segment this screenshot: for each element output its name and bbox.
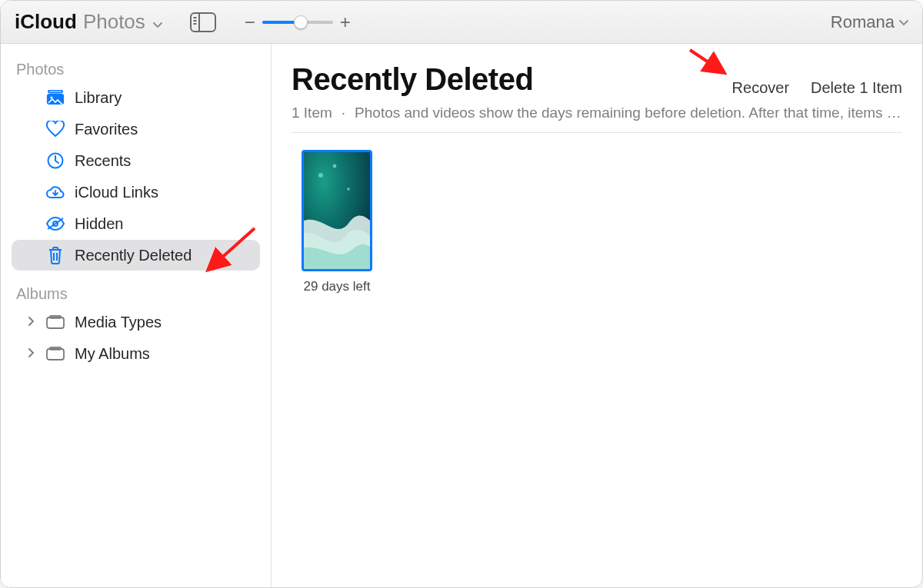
sidebar-section-label: Albums [1, 271, 271, 306]
cloud-icon [45, 185, 65, 199]
photo-thumbnail [302, 150, 372, 271]
action-bar: Recover Delete 1 Item [732, 79, 902, 97]
sidebar-item-recently-deleted[interactable]: Recently Deleted [12, 240, 260, 271]
content: Recently Deleted Recover Delete 1 Item 1… [272, 44, 922, 587]
sidebar-item-media-types[interactable]: Media Types [12, 307, 260, 337]
toolbar: iCloud Photos − + Roman [1, 1, 922, 44]
body: Photos Library Favorites Recents [1, 44, 922, 587]
svg-point-21 [333, 164, 337, 168]
svg-point-20 [347, 188, 350, 191]
chevron-down-icon [899, 16, 908, 28]
sidebar-item-library[interactable]: Library [12, 82, 260, 113]
sidebar-item-label: Recently Deleted [45, 247, 192, 264]
account-name: Romana [831, 12, 895, 32]
sidebar-section-label: Photos [1, 55, 271, 81]
item-count: 1 Item [292, 105, 332, 121]
zoom-slider[interactable] [262, 21, 333, 24]
delete-button[interactable]: Delete 1 Item [811, 79, 902, 97]
recover-button[interactable]: Recover [732, 79, 789, 97]
sidebar-item-favorites[interactable]: Favorites [12, 114, 260, 145]
app-title-dropdown[interactable]: iCloud Photos [15, 10, 162, 34]
subheader: 1 Item · Photos and videos show the days… [292, 97, 902, 133]
days-left-label: 29 days left [304, 279, 371, 294]
folder-icon [45, 315, 65, 329]
content-header: Recently Deleted Recover Delete 1 Item [292, 62, 902, 97]
chevron-down-icon [152, 18, 162, 31]
sidebar-item-my-albums[interactable]: My Albums [12, 338, 260, 369]
heart-icon [45, 121, 65, 138]
sidebar-toggle-button[interactable] [190, 12, 216, 32]
trash-icon [45, 246, 65, 264]
account-dropdown[interactable]: Romana [831, 12, 908, 32]
eye-slash-icon [45, 217, 65, 231]
chevron-right-icon [28, 316, 35, 328]
sidebar-item-icloud-links[interactable]: iCloud Links [12, 177, 260, 208]
photo-library-icon [45, 90, 65, 105]
zoom-control: − + [244, 13, 352, 32]
sidebar-item-hidden[interactable]: Hidden [12, 208, 260, 239]
zoom-in-button[interactable]: + [339, 13, 352, 32]
description-text: Photos and videos show the days remainin… [355, 105, 901, 121]
zoom-slider-knob[interactable] [294, 15, 308, 29]
svg-rect-15 [47, 349, 64, 360]
sidebar: Photos Library Favorites Recents [1, 44, 272, 587]
window: iCloud Photos − + Roman [0, 0, 923, 588]
page-title: Recently Deleted [292, 62, 533, 97]
app-title-light: Photos [83, 10, 145, 34]
chevron-right-icon [28, 347, 35, 360]
svg-rect-0 [191, 13, 215, 32]
svg-rect-5 [48, 91, 62, 93]
thumbnail-grid: 29 days left [292, 133, 902, 294]
svg-rect-13 [47, 317, 64, 328]
clock-icon [45, 152, 65, 169]
sidebar-item-recents[interactable]: Recents [12, 145, 260, 176]
photo-item[interactable]: 29 days left [292, 150, 382, 294]
folder-icon [45, 347, 65, 360]
svg-point-19 [318, 173, 323, 178]
zoom-out-button[interactable]: − [244, 13, 256, 32]
app-title-bold: iCloud [15, 10, 77, 34]
